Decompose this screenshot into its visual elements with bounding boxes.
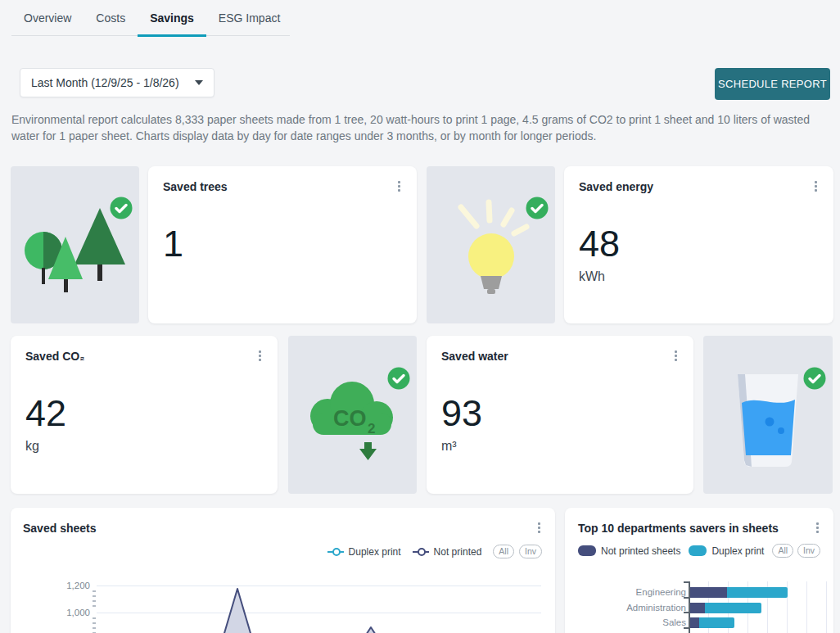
departments-chart-card: Top 10 departments savers in sheets Not … xyxy=(565,508,833,633)
sales-duplex-segment xyxy=(699,617,734,628)
administration-duplex-segment xyxy=(705,603,761,613)
engineering-duplex-segment xyxy=(727,587,788,598)
saved-water-illustration-tile xyxy=(703,336,833,494)
legend-duplex-print-label: Duplex print xyxy=(711,545,764,557)
saved-trees-value: 1 xyxy=(163,225,183,262)
saved-co2-unit: kg xyxy=(25,439,39,454)
check-circle-icon xyxy=(387,367,410,390)
check-circle-icon xyxy=(110,197,133,219)
saved-energy-card: Saved energy 48 kWh xyxy=(564,166,833,323)
caret-down-icon xyxy=(195,80,203,85)
category-label-engineering: Engineering xyxy=(604,587,686,597)
sales-not-printed-segment xyxy=(690,617,699,628)
water-glass-icon xyxy=(731,370,805,472)
bar-administration[interactable] xyxy=(690,603,761,613)
saved-water-unit: m³ xyxy=(441,439,457,454)
tab-costs[interactable]: Costs xyxy=(84,0,138,37)
all-filter-button[interactable]: All xyxy=(772,544,793,558)
engineering-not-printed-segment xyxy=(690,587,727,598)
legend-not-printed-sheets-label: Not printed sheets xyxy=(601,545,680,557)
category-label-administration: Administration xyxy=(604,603,686,613)
not-printed-sheets-marker-icon xyxy=(578,545,596,556)
kebab-menu-icon[interactable] xyxy=(394,181,404,194)
saved-water-card: Saved water 93 m³ xyxy=(427,336,693,494)
saved-water-value: 93 xyxy=(441,395,482,432)
kebab-menu-icon[interactable] xyxy=(255,350,264,364)
schedule-report-button[interactable]: SCHEDULE REPORT xyxy=(715,68,830,100)
saved-trees-card: Saved trees 1 xyxy=(148,166,417,323)
saved-sheets-chart-card: Saved sheets Duplex print Not printed Al… xyxy=(11,508,555,633)
saved-co2-card: Saved CO₂ 42 kg xyxy=(11,336,278,494)
departments-chart-legend: Not printed sheets Duplex print All Inv xyxy=(578,544,820,558)
svg-text:CO: CO xyxy=(333,406,367,431)
saved-energy-value: 48 xyxy=(579,225,620,262)
tab-overview[interactable]: Overview xyxy=(11,0,84,37)
saved-water-title: Saved water xyxy=(441,350,508,363)
not-printed-line-series xyxy=(11,508,555,633)
savings-dashboard: Overview Costs Savings ESG Impact Last M… xyxy=(0,0,840,633)
saved-trees-illustration-tile xyxy=(11,166,139,323)
saved-co2-value: 42 xyxy=(25,395,66,432)
saved-co2-title: Saved CO₂ xyxy=(25,350,84,363)
svg-text:2: 2 xyxy=(368,421,375,436)
kebab-menu-icon[interactable] xyxy=(811,181,820,194)
report-description: Environmental report calculates 8,333 pa… xyxy=(11,111,820,144)
saved-co2-illustration-tile: CO 2 xyxy=(288,336,417,494)
check-circle-icon xyxy=(803,367,826,390)
date-range-select[interactable]: Last Month (12/9/25 - 1/8/26) xyxy=(20,68,215,97)
date-range-value: Last Month (12/9/25 - 1/8/26) xyxy=(31,76,179,89)
tab-esg-impact[interactable]: ESG Impact xyxy=(206,0,292,37)
tab-savings[interactable]: Savings xyxy=(138,0,206,37)
departments-chart-title: Top 10 departments savers in sheets xyxy=(578,522,779,535)
co2-cloud-arrow-icon: CO 2 xyxy=(303,373,401,465)
kebab-menu-icon[interactable] xyxy=(671,350,680,364)
bar-sales[interactable] xyxy=(690,617,734,628)
administration-not-printed-segment xyxy=(690,603,705,613)
legend-not-printed-sheets[interactable]: Not printed sheets xyxy=(578,545,680,557)
lightbulb-icon xyxy=(451,199,533,301)
tab-bar: Overview Costs Savings ESG Impact xyxy=(11,0,290,36)
saved-energy-illustration-tile xyxy=(427,166,555,323)
legend-duplex-print[interactable]: Duplex print xyxy=(689,545,764,557)
bar-engineering[interactable] xyxy=(690,587,788,598)
kebab-menu-icon[interactable] xyxy=(812,522,822,536)
category-label-sales: Sales xyxy=(604,617,686,627)
check-circle-icon xyxy=(526,197,549,219)
saved-trees-title: Saved trees xyxy=(163,180,228,193)
duplex-print-marker-icon xyxy=(689,545,707,556)
saved-energy-unit: kWh xyxy=(579,269,605,284)
saved-energy-title: Saved energy xyxy=(579,180,653,193)
inv-filter-button[interactable]: Inv xyxy=(797,544,820,558)
